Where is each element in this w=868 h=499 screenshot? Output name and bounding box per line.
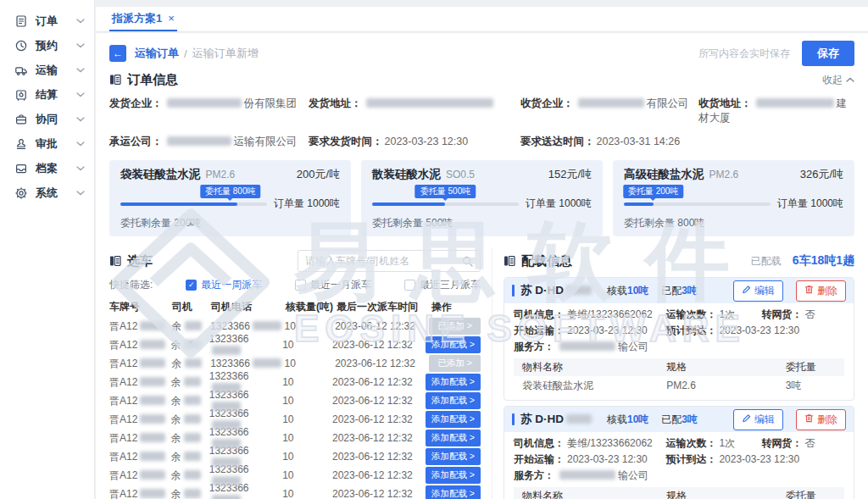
order-field: 收货地址：建材大厦 <box>698 97 854 125</box>
filter-checkbox-1[interactable]: 最近一月派车 <box>295 278 371 292</box>
info-pair: 服务方：输公司 <box>514 339 844 355</box>
info-pair: 开始运输：2023-03-23 12:30 <box>514 452 665 468</box>
capacity-cell: 10 <box>285 358 336 369</box>
back-button[interactable]: ← <box>109 45 126 62</box>
material-cell: 袋装硅酸盐水泥 <box>522 379 666 393</box>
sidebar-item-archive[interactable]: 档案 <box>0 156 94 180</box>
redacted-text <box>140 377 165 386</box>
plate-cell: 晋A12 <box>109 469 171 483</box>
capacity-cell: 10 <box>282 488 332 499</box>
tab-assign-plan[interactable]: 指派方案1 × <box>109 7 177 31</box>
info-pair: 司机信息：姜维/13233662062 <box>514 307 665 323</box>
table-row: 晋A12余1323366102023-06-12 12:32已添加 > <box>109 317 481 335</box>
checkbox-icon: ✓ <box>186 280 197 291</box>
collapse-toggle[interactable]: 收起 <box>822 73 854 87</box>
add-load-button[interactable]: 添加配载 > <box>426 374 481 391</box>
sidebar-item-system[interactable]: 系统 <box>0 180 94 205</box>
material-table: 物料名称规格委托量袋装硅酸盐水泥PM2.63吨 <box>514 487 844 499</box>
material-header-row: 物料名称规格委托量 <box>514 487 844 499</box>
filter-checkbox-0[interactable]: ✓最近一周派车 <box>186 278 262 292</box>
capacity-cell: 10 <box>282 469 332 481</box>
order-field: 收货企业：有限公司 <box>520 97 698 125</box>
sidebar-item-approval[interactable]: 审批 <box>0 131 94 156</box>
sidebar-item-transport[interactable]: 运输 <box>0 58 94 82</box>
product-card: 袋装硅酸盐水泥PM2.6200元/吨委托量 800吨订单量 1000吨委托剩余量… <box>109 160 351 236</box>
add-load-button[interactable]: 添加配载 > <box>426 430 481 446</box>
redacted-text <box>140 321 165 330</box>
redacted-text <box>559 341 615 351</box>
info-label: 服务方： <box>514 469 554 481</box>
redacted-text <box>185 321 202 330</box>
info-value: 2023-03-23 12:30 <box>719 453 799 465</box>
order-quantity: 订单量 1000吨 <box>274 197 340 211</box>
clipboard-icon <box>109 255 121 267</box>
info-label: 运输次数： <box>665 308 716 320</box>
sidebar-item-settlement[interactable]: 结算 <box>0 82 94 107</box>
add-load-button[interactable]: 添加配载 > <box>426 467 481 484</box>
plate-cell: 晋A12 <box>109 338 171 352</box>
info-label: 转网货： <box>761 308 802 320</box>
progress-badge: 委托量 800吨 <box>200 185 260 198</box>
save-button[interactable]: 保存 <box>802 41 854 66</box>
loaded-summary-label: 已配载 <box>751 254 782 269</box>
add-load-button[interactable]: 添加配载 > <box>426 392 481 409</box>
field-label: 发货地址： <box>309 97 362 109</box>
sidebar-item-label: 档案 <box>36 161 58 176</box>
capacity-cell: 10 <box>282 451 332 463</box>
delete-button[interactable]: 删除 <box>796 280 846 302</box>
redacted-text <box>212 457 241 467</box>
sidebar-item-order[interactable]: 订单 <box>0 8 94 33</box>
tab-close-icon[interactable]: × <box>168 12 175 25</box>
load-cards: 苏 D·HD核载10吨已配3吨编辑删除司机信息：姜维/13233662062运输… <box>504 277 854 499</box>
vehicle-search-input[interactable] <box>305 255 457 267</box>
sidebar-item-label: 结算 <box>36 87 58 103</box>
sidebar-item-collaboration[interactable]: 协同 <box>0 107 94 131</box>
field-label: 收货地址： <box>698 97 752 109</box>
section-title: 配载信息 <box>521 253 572 269</box>
field-label: 要求发货时间： <box>309 136 383 147</box>
table-row: 晋A12余1323366102023-06-12 12:32添加配载 > <box>109 410 481 429</box>
info-pair: 服务方：输公司 <box>514 468 844 484</box>
table-header-row: 车牌号司机司机电话核载量(吨)最后一次派车时间操作 <box>109 297 481 317</box>
breadcrumb-separator: / <box>184 47 187 60</box>
load-info-header: 配载信息 已配载 6车18吨1趟 <box>504 251 854 271</box>
column-header: 司机电话 <box>211 300 286 314</box>
chevron-down-icon <box>76 117 85 122</box>
redacted-text <box>253 358 281 368</box>
collapse-label: 收起 <box>822 73 843 87</box>
breadcrumb-parent-link[interactable]: 运输订单 <box>135 46 179 61</box>
delete-button[interactable]: 删除 <box>796 409 846 430</box>
info-label: 司机信息： <box>514 308 565 320</box>
info-pair: 转网货：否 <box>761 307 844 323</box>
sidebar-item-booking[interactable]: 预约 <box>0 33 94 58</box>
product-spec: PM2.6 <box>206 169 236 180</box>
add-load-button[interactable]: 添加配载 > <box>426 411 481 428</box>
remaining-quantity: 委托剩余量 800吨 <box>624 216 843 230</box>
redacted-text <box>212 383 241 392</box>
loaded-stat: 已配3吨 <box>661 413 698 427</box>
table-row: 晋A12余1323366102023-06-12 12:32添加配载 > <box>109 429 481 447</box>
add-load-button[interactable]: 添加配载 > <box>426 485 481 499</box>
redacted-text <box>140 489 165 498</box>
driver-cell: 余 <box>171 394 209 408</box>
material-cell: PM2.6 <box>666 380 786 391</box>
redacted-text <box>184 340 201 349</box>
vehicle-plate: 苏 D·HD <box>520 283 594 298</box>
edit-button[interactable]: 编辑 <box>733 409 783 430</box>
load-card-body: 司机信息：姜维/13233662062运输次数：1次转网货：否开始运输：2023… <box>504 303 854 400</box>
trash-icon <box>804 285 814 297</box>
add-load-button[interactable]: 添加配载 > <box>426 448 481 465</box>
capacity-cell: 10 <box>282 339 332 351</box>
product-name: 散装硅酸水泥 <box>372 167 441 182</box>
document-icon <box>14 14 28 28</box>
add-load-button[interactable]: 添加配载 > <box>426 336 481 353</box>
info-value: 姜维/13233662062 <box>567 308 653 320</box>
order-quantity: 订单量 1000吨 <box>777 197 843 211</box>
phone-cell: 1323366 <box>210 320 284 332</box>
filter-checkbox-2[interactable]: 最近三月派车 <box>404 278 481 292</box>
edit-button[interactable]: 编辑 <box>733 280 783 302</box>
redacted-text <box>184 452 201 461</box>
driver-cell: 余 <box>171 375 209 390</box>
section-title: 选车 <box>127 253 153 269</box>
column-header: 委托量 <box>786 360 836 374</box>
